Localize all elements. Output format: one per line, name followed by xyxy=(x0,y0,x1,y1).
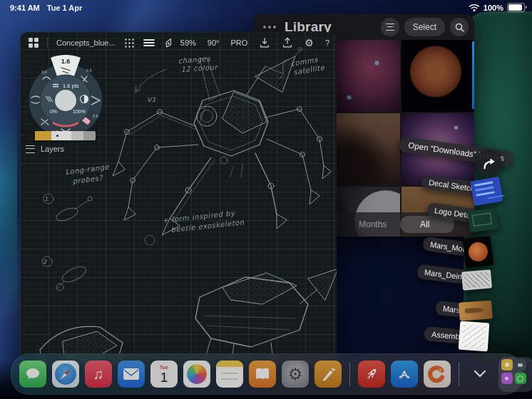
mars-map-thumbnail[interactable] xyxy=(459,300,493,321)
layers-label: Layers xyxy=(41,145,64,153)
assembly-thumbnail[interactable] xyxy=(459,321,490,352)
compass-icon xyxy=(55,363,76,385)
note-colour-line2: 12 colour xyxy=(180,63,218,73)
mars-deimos-thumbnail[interactable] xyxy=(461,269,492,290)
music-app-icon[interactable]: ♫ xyxy=(85,361,112,388)
export-icon[interactable] xyxy=(282,37,293,48)
brush-list-icon[interactable] xyxy=(143,38,155,47)
photos-app-icon[interactable] xyxy=(183,361,210,388)
notes-line xyxy=(221,373,238,374)
logo-detail-thumbnail[interactable] xyxy=(467,208,498,233)
wheel-active-size: 1.6 xyxy=(61,58,71,65)
tab-months[interactable]: Months xyxy=(359,219,387,229)
photos-flower-icon xyxy=(187,364,207,384)
tool-wheel[interactable]: 1.6 3.0 5.5 5.9 6.0 1.6 pts xyxy=(21,52,110,140)
tab-all[interactable]: All xyxy=(420,219,429,229)
notes-app-icon[interactable] xyxy=(216,361,243,388)
concepts-app-window[interactable]: Concepts_blue... 59% 90° PRO xyxy=(20,32,337,363)
swatch-dark-gray[interactable] xyxy=(83,131,96,140)
photo-thumbnail-mars-globe[interactable] xyxy=(401,40,474,112)
notes-line xyxy=(221,378,238,380)
search-button[interactable] xyxy=(450,18,469,36)
swirl-app-icon[interactable] xyxy=(424,361,451,388)
appstore-a-icon xyxy=(396,366,413,383)
help-button[interactable]: ? xyxy=(325,38,329,47)
filter-lines-icon xyxy=(386,24,394,31)
app-library-icon[interactable]: ★ xyxy=(498,357,532,392)
pro-badge[interactable]: PRO xyxy=(230,38,247,47)
rocket-icon xyxy=(363,366,380,383)
zoom-level[interactable]: 59% xyxy=(180,38,196,47)
swatch-gray[interactable] xyxy=(71,131,83,140)
rocket-app-icon[interactable] xyxy=(358,361,385,388)
calendar-app-icon[interactable]: Tue 1 xyxy=(150,361,178,388)
select-button[interactable]: Select xyxy=(404,18,445,36)
toolbar-divider xyxy=(47,38,48,48)
wifi-icon xyxy=(469,3,480,12)
dock-divider xyxy=(349,362,350,386)
messages-app-icon[interactable] xyxy=(19,361,46,388)
swatch-light-gray[interactable] xyxy=(51,131,71,140)
photo-thumbnail-mars-hills[interactable] xyxy=(327,113,400,185)
decal-sketches-thumbnail[interactable] xyxy=(470,177,503,207)
calendar-day: 1 xyxy=(150,370,178,384)
status-bar: 9:41 AM Tue 1 Apr 100% xyxy=(0,0,532,17)
app-library-mini-icon xyxy=(515,373,526,384)
battery-percent: 100% xyxy=(484,4,503,12)
ipad-screen: Library Select xyxy=(0,0,532,399)
dock: ♫ Tue 1 ⚙ xyxy=(11,353,523,395)
wheel-size-label: 3.0 xyxy=(41,70,47,74)
filter-button[interactable] xyxy=(381,18,399,36)
music-note-icon: ♫ xyxy=(93,366,104,383)
wallpaper-teal-strip xyxy=(0,107,17,321)
wheel-size-pts: 1.6 pts xyxy=(63,83,79,89)
swatch-black[interactable] xyxy=(25,131,35,140)
note-probes-line2: probes? xyxy=(72,174,104,186)
drag-edge-highlight xyxy=(472,41,474,109)
forward-arrow-icon xyxy=(481,155,496,171)
color-swatch-bar[interactable] xyxy=(25,131,96,140)
books-app-icon[interactable] xyxy=(249,361,276,388)
envelope-icon xyxy=(123,368,140,380)
wheel-size-label: 5.9 xyxy=(93,114,98,118)
document-title[interactable]: Concepts_blue... xyxy=(56,38,116,47)
mail-app-icon[interactable] xyxy=(118,361,145,388)
sketch-app-icon[interactable] xyxy=(314,361,342,388)
canvas-angle[interactable]: 90° xyxy=(208,38,220,47)
note-v: V1 xyxy=(147,96,156,103)
concepts-toolbar: Concepts_blue... 59% 90° PRO xyxy=(20,32,337,53)
settings-gear-icon[interactable]: ⚙ xyxy=(305,37,314,48)
import-icon[interactable] xyxy=(259,37,270,48)
safari-app-icon[interactable] xyxy=(52,361,79,388)
gear-icon: ⚙ xyxy=(288,366,303,383)
wheel-opacity-min: 0% xyxy=(50,109,57,114)
pen-nib-icon[interactable] xyxy=(163,38,174,48)
notes-yellow-bar xyxy=(216,361,243,367)
gallery-grid-icon[interactable] xyxy=(29,38,39,48)
pen-icon xyxy=(319,366,337,383)
app-library-mini-icon: ★ xyxy=(501,373,513,384)
photo-thumbnail-nebula[interactable] xyxy=(327,40,400,112)
open-book-icon xyxy=(254,366,271,382)
battery-icon xyxy=(507,3,525,12)
app-store-icon[interactable] xyxy=(391,361,418,388)
wheel-size-label: 5.5 xyxy=(86,68,92,73)
mars-model-thumbnail[interactable] xyxy=(463,236,494,268)
window-more-icon[interactable] xyxy=(263,26,276,28)
chevron-down-icon xyxy=(474,370,486,378)
app-library-mini-icon xyxy=(501,359,513,370)
dock-divider xyxy=(459,362,459,386)
drag-forward-button[interactable] xyxy=(475,150,502,177)
layers-list-icon xyxy=(26,145,35,153)
calendar-weekday: Tue xyxy=(150,365,178,370)
wheel-opacity-max: 100% xyxy=(73,109,86,114)
note-probes-line1: Long-range xyxy=(65,162,110,176)
dock-chevron-button[interactable] xyxy=(471,366,488,383)
orange-swirl-icon xyxy=(428,365,446,383)
precision-grid-icon[interactable] xyxy=(124,38,135,48)
settings-app-icon[interactable]: ⚙ xyxy=(282,361,309,388)
swatch-gold[interactable] xyxy=(35,131,51,140)
search-icon xyxy=(455,23,464,32)
status-time: 9:41 AM xyxy=(10,4,40,12)
layers-button[interactable]: Layers xyxy=(26,145,64,153)
